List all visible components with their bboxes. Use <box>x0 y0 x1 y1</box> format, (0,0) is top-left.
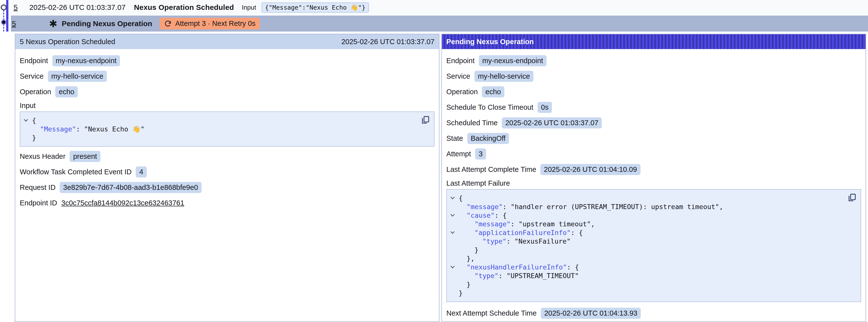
left-fields: Endpointmy-nexus-endpointServicemy-hello… <box>20 53 434 100</box>
left-panel-header: 5 Nexus Operation Scheduled 2025-02-26 U… <box>15 34 439 49</box>
json-key: "cause" <box>467 212 495 219</box>
timeline-dashed-line <box>3 7 4 32</box>
field-label: Operation <box>446 88 478 96</box>
json-line: "nexusHandlerFailureInfo": { <box>447 263 843 271</box>
json-line: "Message": "Nexus Echo 👋" <box>20 125 417 133</box>
input-section-label: Input <box>20 100 434 111</box>
json-line: { <box>20 116 417 125</box>
timeline-accent-bar <box>6 0 8 32</box>
json-key: "nexusHandlerFailureInfo" <box>467 263 567 271</box>
field-value-badge: my-nexus-endpoint <box>479 55 547 66</box>
collapse-chevron-icon[interactable] <box>451 230 455 234</box>
event-title: Nexus Operation Scheduled <box>134 3 234 11</box>
field-value-badge: 2025-02-26 UTC 01:04:10.09 <box>540 164 640 175</box>
field-value-badge: 3 <box>475 149 486 159</box>
field-label: Workflow Task Completed Event ID <box>20 168 131 176</box>
field-label: Endpoint <box>20 57 48 65</box>
field-value-badge: echo <box>482 86 504 97</box>
field-label: Service <box>446 72 470 80</box>
json-key: "message" <box>474 220 510 228</box>
json-line: } <box>447 280 843 289</box>
field-label: Scheduled Time <box>446 119 498 127</box>
retry-status-text: Attempt 3 · Next Retry 0s <box>175 20 256 28</box>
copy-button[interactable] <box>847 193 857 203</box>
timeline-marker-open-icon[interactable] <box>1 4 7 10</box>
timeline-rail <box>0 0 11 33</box>
timeline-marker-selected-icon[interactable] <box>1 20 6 25</box>
json-line: } <box>447 289 843 297</box>
field-label: Next Attempt Schedule Time <box>446 309 537 317</box>
field-value-badge: 0s <box>538 102 552 113</box>
field-row: Servicemy-hello-service <box>446 68 861 84</box>
retry-status-badge: Attempt 3 · Next Retry 0s <box>160 18 260 29</box>
field-value-badge: my-hello-service <box>474 71 533 82</box>
field-value-badge: 2025-02-26 UTC 01:04:13.93 <box>541 308 641 319</box>
field-label: Endpoint ID <box>20 199 57 207</box>
field-value-badge: 4 <box>136 166 147 177</box>
field-value-badge: my-nexus-endpoint <box>52 55 120 66</box>
field-label: Last Attempt Complete Time <box>446 165 536 173</box>
field-row: Operationecho <box>446 84 861 100</box>
event-row-pending-selected[interactable]: 5 ✱ Pending Nexus Operation Attempt 3 · … <box>11 15 868 32</box>
event-row-scheduled[interactable]: 5 2025-02-26 UTC 01:03:37.07 Nexus Opera… <box>11 0 868 15</box>
json-line: "type": "NexusFailure" <box>447 237 843 246</box>
field-row: Operationecho <box>20 84 434 100</box>
pending-id-link[interactable]: 5 <box>12 20 16 28</box>
right-panel-header: Pending Nexus Operation <box>442 34 866 49</box>
field-label: Schedule To Close Timeout <box>446 103 533 111</box>
left-panel-title: 5 Nexus Operation Scheduled <box>20 38 115 46</box>
field-row: Attempt3 <box>446 146 861 162</box>
json-line: }, <box>447 254 843 263</box>
field-label: Service <box>20 72 44 80</box>
collapse-chevron-icon[interactable] <box>451 264 455 268</box>
json-line: "cause": { <box>447 211 843 220</box>
json-key: "applicationFailureInfo" <box>474 229 571 236</box>
field-label: Request ID <box>20 184 56 192</box>
event-timestamp: 2025-02-26 UTC 01:03:37.07 <box>29 3 126 11</box>
field-row: Scheduled Time2025-02-26 UTC 01:03:37.07 <box>446 115 861 131</box>
panel-pending-nexus-operation: Pending Nexus Operation Endpointmy-nexus… <box>441 34 866 322</box>
right-panel-title: Pending Nexus Operation <box>446 38 534 46</box>
collapse-chevron-icon[interactable] <box>24 118 28 122</box>
json-key: "type" <box>483 237 506 245</box>
field-label: State <box>446 134 463 142</box>
field-label: Nexus Header <box>20 152 65 161</box>
field-row: Servicemy-hello-service <box>20 68 434 84</box>
json-key: "message" <box>467 203 503 211</box>
field-row: Endpointmy-nexus-endpoint <box>20 53 434 68</box>
field-row: StateBackingOff <box>446 131 861 146</box>
field-label: Endpoint <box>446 57 475 65</box>
event-input-label: Input <box>242 4 256 11</box>
field-row: Nexus Headerpresent <box>20 149 434 164</box>
field-label: Attempt <box>446 150 471 158</box>
field-row: Workflow Task Completed Event ID4 <box>20 164 434 180</box>
next-attempt-field: Next Attempt Schedule Time 2025-02-26 UT… <box>446 305 861 321</box>
copy-button[interactable] <box>420 115 431 125</box>
left-panel-timestamp: 2025-02-26 UTC 01:03:37.07 <box>341 38 434 46</box>
field-value-badge: 3e829b7e-7d67-4b08-aad3-b1e868bfe9e0 <box>60 182 202 193</box>
json-line: "message": "upstream timeout", <box>447 220 843 228</box>
field-value-badge: BackingOff <box>467 133 509 144</box>
field-row: Last Attempt Complete Time2025-02-26 UTC… <box>446 162 861 177</box>
event-id-link[interactable]: 5 <box>13 3 18 11</box>
endpoint-id-link[interactable]: 3c0c75ccfa8144b092c13ce632463761 <box>61 199 184 207</box>
json-line: } <box>20 133 417 142</box>
json-line: "type": "UPSTREAM_TIMEOUT" <box>447 271 843 280</box>
field-row: Schedule To Close Timeout0s <box>446 100 861 115</box>
event-input-preview-badge: {"Message":"Nexus Echo 👋"} <box>261 2 369 12</box>
json-line: } <box>447 246 843 254</box>
field-value-badge: present <box>69 151 100 162</box>
input-json-viewer: {"Message": "Nexus Echo 👋"} <box>20 111 434 147</box>
collapse-chevron-icon[interactable] <box>451 195 455 199</box>
field-value-badge: echo <box>55 86 78 97</box>
field-row: Request ID3e829b7e-7d67-4b08-aad3-b1e868… <box>20 180 434 195</box>
left-fields-after: Nexus HeaderpresentWorkflow Task Complet… <box>20 149 434 195</box>
collapse-chevron-icon[interactable] <box>451 213 455 217</box>
retry-refresh-icon <box>164 20 172 27</box>
field-label: Operation <box>20 88 51 96</box>
field-value-badge: 2025-02-26 UTC 01:03:37.07 <box>502 117 602 128</box>
failure-json-viewer: {"message": "handler error (UPSTREAM_TIM… <box>446 189 861 302</box>
json-line: "message": "handler error (UPSTREAM_TIME… <box>447 202 843 211</box>
json-key: "Message" <box>40 125 76 133</box>
failure-section-label: Last Attempt Failure <box>446 177 861 189</box>
